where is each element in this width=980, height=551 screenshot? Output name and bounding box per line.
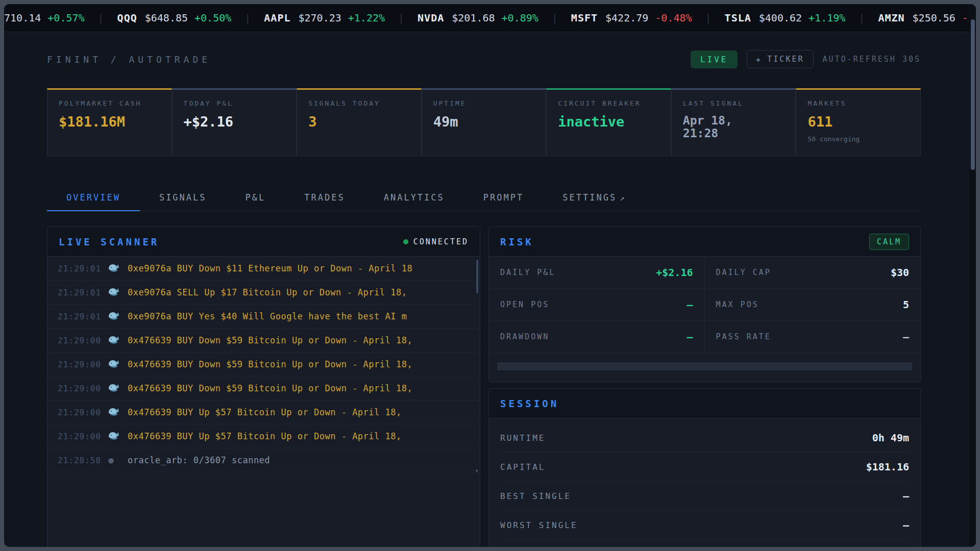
whale-icon-wrap <box>108 432 121 441</box>
ticker-separator: | <box>244 12 251 24</box>
log-timestamp: 21:29:01 <box>58 264 102 273</box>
tab-label: P&L <box>246 192 266 203</box>
log-message: 0xe9076a BUY Down $11 Ethereum Up or Dow… <box>128 263 412 273</box>
session-stat-value: $181.16 <box>866 461 909 473</box>
live-status-badge[interactable]: LIVE <box>691 51 738 68</box>
stat-label: SIGNALS TODAY <box>308 99 410 107</box>
whale-icon-wrap <box>108 408 121 417</box>
ticker-symbol: AMZN <box>878 12 904 24</box>
risk-metric-label: DAILY P&L <box>500 268 555 277</box>
ticker-separator: | <box>398 12 404 24</box>
risk-metric-value: — <box>687 298 693 311</box>
whale-icon <box>108 384 119 393</box>
log-message: 0xe9076a SELL Up $17 Bitcoin Up or Down … <box>128 287 407 297</box>
whale-icon-wrap <box>108 360 121 369</box>
log-message: 0x476639 BUY Up $57 Bitcoin Up or Down -… <box>128 431 402 441</box>
log-timestamp: 21:29:00 <box>58 336 102 345</box>
right-column: RISK CALM DAILY P&L+$2.16DAILY CAP$30OPE… <box>488 227 921 547</box>
session-stat-label: CAPITAL <box>500 462 545 472</box>
ticker-symbol: AAPL <box>264 12 290 24</box>
log-message: oracle_arb: 0/3607 scanned <box>128 455 270 465</box>
log-message: 0x476639 BUY Down $59 Bitcoin Up or Down… <box>128 383 412 393</box>
tab-p-l[interactable]: P&L <box>226 186 285 211</box>
tab-label: TRADES <box>304 192 345 203</box>
scanner-log-list: 21:29:010xe9076a BUY Down $11 Ethereum U… <box>47 257 480 547</box>
log-timestamp: 21:29:00 <box>58 360 102 369</box>
ticker-price: $648.85 <box>145 12 188 24</box>
whale-icon-wrap <box>108 312 121 321</box>
tab-analytics[interactable]: ANALYTICS <box>364 186 464 211</box>
whale-icon-wrap <box>108 264 121 273</box>
risk-progress <box>489 353 920 382</box>
scroll-down-indicator-icon[interactable]: ▾ <box>475 467 479 474</box>
risk-metric-value: 5 <box>903 298 909 311</box>
log-row: 21:29:010xe9076a SELL Up $17 Bitcoin Up … <box>47 281 480 305</box>
log-timestamp: 21:29:00 <box>58 384 102 393</box>
ticker-separator: | <box>98 12 104 24</box>
risk-cell-daily-p-l: DAILY P&L+$2.16 <box>489 257 705 289</box>
risk-metric-label: DRAWDOWN <box>500 332 549 341</box>
risk-header: RISK CALM <box>489 227 920 257</box>
tab-signals[interactable]: SIGNALS <box>140 186 226 211</box>
risk-metric-label: MAX POS <box>716 300 759 309</box>
page-header: FININT / AUTOTRADE LIVE ◈ TICKER AUTO-RE… <box>47 50 921 68</box>
session-title: SESSION <box>500 398 559 409</box>
risk-cell-open-pos: OPEN POS— <box>489 289 705 321</box>
page-scrollbar[interactable] <box>970 4 976 547</box>
oracle-icon: ⊕ <box>108 455 114 466</box>
session-stat-label: BEST SINGLE <box>500 491 571 501</box>
whale-icon <box>108 288 119 297</box>
log-row: 21:29:010xe9076a BUY Yes $40 Will Google… <box>47 305 480 329</box>
connection-status-label: CONNECTED <box>413 237 469 246</box>
whale-icon <box>108 312 119 321</box>
session-row-worst-single: WORST SINGLE— <box>500 511 909 540</box>
scanner-scrollbar-thumb[interactable] <box>476 260 478 293</box>
tab-prompt[interactable]: PROMPT <box>464 186 543 211</box>
stat-card-uptime: UPTIME49m <box>422 88 547 156</box>
risk-metric-value: — <box>903 331 909 343</box>
whale-icon <box>108 264 119 273</box>
stat-value: 3 <box>308 114 410 130</box>
ticker-symbol: NVDA <box>418 12 444 24</box>
log-timestamp: 21:28:58 <box>58 456 102 465</box>
ticker-price: $201.68 <box>452 12 495 24</box>
auto-refresh-label: AUTO-REFRESH 30S <box>823 55 921 64</box>
risk-metric-value: +$2.16 <box>656 266 693 279</box>
stock-ticker-bar: $710.14+0.57%|QQQ$648.85+0.50%|AAPL$270.… <box>4 4 976 32</box>
tab-overview[interactable]: OVERVIEW <box>47 186 140 211</box>
ticker-item: TSLA$400.62+1.19% <box>725 12 846 24</box>
diamond-icon: ◈ <box>756 56 762 63</box>
stat-card-today-p-l: TODAY P&L+$2.16 <box>172 88 297 156</box>
risk-metric-label: PASS RATE <box>716 332 771 341</box>
header-controls: LIVE ◈ TICKER AUTO-REFRESH 30S <box>691 50 921 68</box>
stat-label: UPTIME <box>433 99 535 107</box>
risk-cell-pass-rate: PASS RATE— <box>705 321 921 353</box>
log-message: 0x476639 BUY Up $57 Bitcoin Up or Down -… <box>128 407 402 417</box>
ticker-item: AMZN$250.56-1.74% <box>878 12 976 24</box>
main-content: FININT / AUTOTRADE LIVE ◈ TICKER AUTO-RE… <box>4 33 970 547</box>
ticker-change: +0.50% <box>194 12 231 24</box>
stat-label: MARKETS <box>807 99 909 107</box>
ticker-toggle-button[interactable]: ◈ TICKER <box>747 50 813 68</box>
risk-metrics-grid: DAILY P&L+$2.16DAILY CAP$30OPEN POS—MAX … <box>489 257 920 353</box>
whale-icon <box>108 432 119 441</box>
window-frame: $710.14+0.57%|QQQ$648.85+0.50%|AAPL$270.… <box>0 0 980 551</box>
live-scanner-panel: LIVE SCANNER CONNECTED 21:29:010xe9076a … <box>47 227 480 547</box>
breadcrumb: FININT / AUTOTRADE <box>47 54 211 65</box>
log-message: 0x476639 BUY Down $59 Bitcoin Up or Down… <box>128 335 412 345</box>
tab-label: ANALYTICS <box>384 192 445 203</box>
stat-card-markets: MARKETS61150 converging <box>796 88 921 156</box>
whale-icon <box>108 408 119 417</box>
tab-settings[interactable]: SETTINGS↗ <box>543 186 645 211</box>
stat-cards-row: POLYMARKET CASH$181.16MTODAY P&L+$2.16SI… <box>47 88 921 156</box>
tab-trades[interactable]: TRADES <box>285 186 364 211</box>
stat-card-polymarket-cash: POLYMARKET CASH$181.16M <box>47 88 172 156</box>
session-stat-value: — <box>903 490 909 502</box>
page-scrollbar-thumb[interactable] <box>971 19 975 170</box>
session-stat-value: — <box>903 519 909 531</box>
ticker-item: MSFT$422.79-0.48% <box>571 12 692 24</box>
ticker-change: +0.57% <box>47 12 84 24</box>
ticker-price: $400.62 <box>759 12 802 24</box>
session-stats-list: RUNTIME0h 49mCAPITAL$181.16BEST SINGLE—W… <box>489 418 920 540</box>
log-row: 21:29:000x476639 BUY Down $59 Bitcoin Up… <box>47 377 480 400</box>
